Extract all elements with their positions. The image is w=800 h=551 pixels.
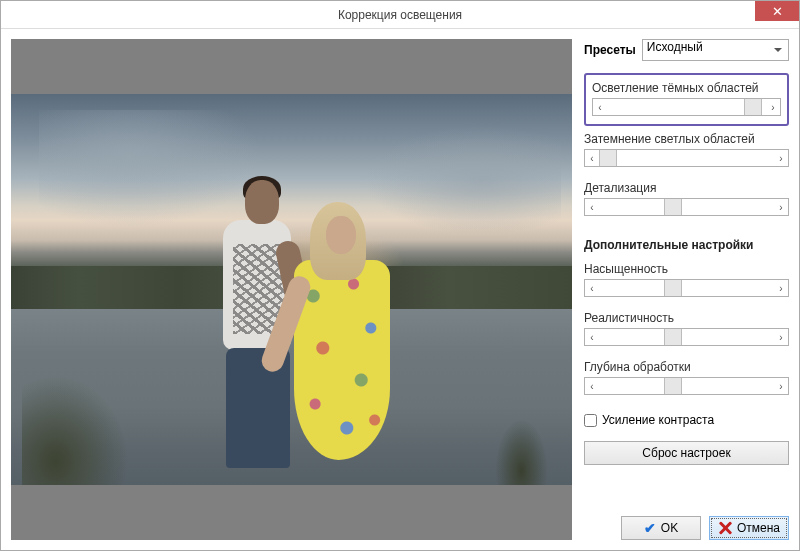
presets-dropdown[interactable]: Исходный	[642, 39, 789, 61]
lighten-dark-slider[interactable]: ‹ ›	[592, 98, 781, 116]
cancel-icon	[718, 521, 732, 535]
realism-slider[interactable]: ‹ ›	[584, 328, 789, 346]
chevron-right-icon[interactable]: ›	[766, 99, 780, 115]
close-button[interactable]: ✕	[755, 1, 799, 21]
detail-slider[interactable]: ‹ ›	[584, 198, 789, 216]
chevron-left-icon[interactable]: ‹	[585, 199, 599, 215]
lighten-dark-label: Осветление тёмных областей	[592, 81, 781, 95]
cancel-button[interactable]: Отмена	[709, 516, 789, 540]
chevron-left-icon[interactable]: ‹	[585, 378, 599, 394]
image-preview	[11, 39, 572, 540]
lighten-dark-group: Осветление тёмных областей ‹ ›	[584, 73, 789, 126]
chevron-left-icon[interactable]: ‹	[585, 150, 599, 166]
chevron-right-icon[interactable]: ›	[774, 329, 788, 345]
reset-button[interactable]: Сброс настроек	[584, 441, 789, 465]
saturation-slider[interactable]: ‹ ›	[584, 279, 789, 297]
advanced-title: Дополнительные настройки	[584, 238, 789, 252]
preview-photo	[11, 94, 572, 485]
contrast-label: Усиление контраста	[602, 413, 714, 427]
contrast-check-row: Усиление контраста	[584, 413, 789, 427]
chevron-right-icon[interactable]: ›	[774, 199, 788, 215]
chevron-left-icon[interactable]: ‹	[585, 280, 599, 296]
dialog-window: Коррекция освещения ✕	[0, 0, 800, 551]
controls-panel: Пресеты Исходный Осветление тёмных облас…	[584, 39, 789, 540]
presets-selected: Исходный	[647, 40, 703, 54]
cancel-label: Отмена	[737, 521, 780, 535]
ok-label: OK	[661, 521, 678, 535]
titlebar: Коррекция освещения ✕	[1, 1, 799, 29]
depth-slider[interactable]: ‹ ›	[584, 377, 789, 395]
contrast-checkbox[interactable]	[584, 414, 597, 427]
realism-label: Реалистичность	[584, 311, 789, 325]
detail-label: Детализация	[584, 181, 789, 195]
check-icon: ✔	[644, 520, 656, 536]
chevron-left-icon[interactable]: ‹	[585, 329, 599, 345]
chevron-right-icon[interactable]: ›	[774, 280, 788, 296]
presets-label: Пресеты	[584, 43, 636, 57]
darken-light-label: Затемнение светлых областей	[584, 132, 789, 146]
reset-label: Сброс настроек	[642, 446, 730, 460]
chevron-left-icon[interactable]: ‹	[593, 99, 607, 115]
ok-button[interactable]: ✔ OK	[621, 516, 701, 540]
darken-light-slider[interactable]: ‹ ›	[584, 149, 789, 167]
dialog-body: Пресеты Исходный Осветление тёмных облас…	[1, 29, 799, 550]
presets-row: Пресеты Исходный	[584, 39, 789, 61]
window-title: Коррекция освещения	[338, 8, 462, 22]
close-icon: ✕	[772, 4, 783, 19]
footer-buttons: ✔ OK Отмена	[584, 506, 789, 540]
depth-label: Глубина обработки	[584, 360, 789, 374]
saturation-label: Насыщенность	[584, 262, 789, 276]
chevron-right-icon[interactable]: ›	[774, 150, 788, 166]
chevron-right-icon[interactable]: ›	[774, 378, 788, 394]
